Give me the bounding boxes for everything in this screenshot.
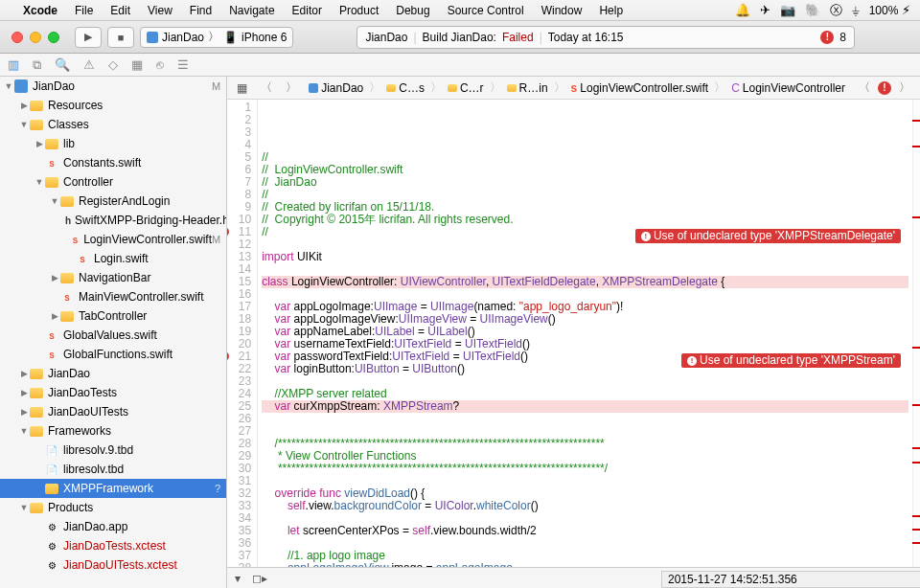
navigator-row[interactable]: sLoginViewController.swiftM <box>0 230 226 249</box>
disclosure-triangle-icon[interactable]: ▼ <box>19 120 29 129</box>
menubar-wifi-icon[interactable]: ⏚ <box>852 3 860 17</box>
issue-next-button[interactable]: 〉 <box>893 79 916 96</box>
navigator-row[interactable]: ▼Frameworks <box>0 421 226 441</box>
jumpbar-issue-icon[interactable]: ! <box>878 81 891 95</box>
menubar-app-name[interactable]: Xcode <box>23 4 58 17</box>
scheme-selector[interactable]: JianDao 〉 📱 iPhone 6 <box>140 27 293 48</box>
navigator-item-label: LoginViewController.swift <box>83 233 212 246</box>
navigator-row[interactable]: XMPPFramework? <box>0 479 226 498</box>
window-zoom-button[interactable] <box>48 32 59 43</box>
menu-navigate[interactable]: Navigate <box>229 4 274 17</box>
breakpoint-navigator-icon[interactable]: ⎋ <box>156 57 164 72</box>
menubar-plane-icon[interactable]: ✈ <box>760 3 770 17</box>
jumpbar-crumb[interactable]: CLoginViewController <box>727 81 849 95</box>
window-minimize-button[interactable] <box>30 32 41 43</box>
breakpoint-toggle-icon[interactable]: ◻▸ <box>252 572 267 585</box>
navigator-row[interactable]: ▶TabController <box>0 306 226 326</box>
generic-file-icon: 📄 <box>44 442 59 458</box>
window-close-button[interactable] <box>12 32 23 43</box>
navigator-row[interactable]: ⚙JianDaoTests.xctest <box>0 536 226 555</box>
disclosure-triangle-icon[interactable]: ▼ <box>19 503 29 512</box>
menubar-evernote-icon[interactable]: 🐘 <box>805 3 820 17</box>
find-navigator-icon[interactable]: 🔍 <box>55 57 70 72</box>
menu-debug[interactable]: Debug <box>396 4 429 17</box>
back-button[interactable]: 〈 <box>255 79 278 96</box>
navigator-row[interactable]: ▶JianDaoUITests <box>0 402 226 421</box>
jumpbar-crumb[interactable]: R…in <box>503 81 552 95</box>
forward-button[interactable]: 〉 <box>280 79 303 96</box>
issue-prev-button[interactable]: 〈 <box>853 79 876 96</box>
navigator-row[interactable]: hSwiftXMPP-Bridging-Header.hA <box>0 211 226 230</box>
inline-error-badge[interactable]: Use of undeclared type 'XMPPStreamDelega… <box>635 229 901 243</box>
disclosure-triangle-icon[interactable]: ▶ <box>19 101 29 110</box>
menu-help[interactable]: Help <box>599 4 623 17</box>
navigator-row[interactable]: sGlobalValues.swift <box>0 326 226 345</box>
menu-file[interactable]: File <box>75 4 93 17</box>
disclosure-triangle-icon[interactable]: ▶ <box>50 311 59 321</box>
menu-edit[interactable]: Edit <box>110 4 130 17</box>
issue-navigator-icon[interactable]: ⚠ <box>83 57 95 72</box>
navigator-row[interactable]: ▼JianDaoM <box>0 77 226 96</box>
navigator-row[interactable]: ▶NavigationBar <box>0 268 226 287</box>
run-button[interactable] <box>75 27 102 48</box>
stop-button[interactable] <box>107 27 134 48</box>
inline-error-badge[interactable]: Use of undeclared type 'XMPPStream' <box>681 353 901 368</box>
menubar-notification-icon[interactable]: 🔔 <box>735 3 750 17</box>
navigator-row[interactable]: sMainViewController.swift <box>0 287 226 306</box>
status-result: Failed <box>502 31 534 44</box>
menu-editor[interactable]: Editor <box>292 4 322 17</box>
jumpbar-crumb[interactable]: C…r <box>444 81 488 95</box>
project-navigator-icon[interactable]: ▥ <box>8 57 19 72</box>
project-navigator[interactable]: ▼JianDaoM▶Resources▼Classes▶libsConstant… <box>0 77 227 588</box>
issue-badge-icon[interactable]: ! <box>820 31 834 44</box>
navigator-row[interactable]: ▶lib <box>0 134 226 153</box>
navigator-row[interactable]: sGlobalFunctions.swift <box>0 345 226 364</box>
navigator-row[interactable]: sLogin.swift <box>0 249 226 268</box>
report-navigator-icon[interactable]: ☰ <box>177 57 189 72</box>
menu-product[interactable]: Product <box>339 4 379 17</box>
menu-view[interactable]: View <box>148 4 172 17</box>
menubar-xmarks-icon[interactable]: ⓧ <box>830 2 842 19</box>
navigator-row[interactable]: 📄libresolv.tbd <box>0 460 226 479</box>
navigator-row[interactable]: ▼RegisterAndLogin <box>0 192 226 211</box>
navigator-item-label: libresolv.9.tbd <box>63 443 133 457</box>
disclosure-triangle-icon[interactable]: ▶ <box>19 407 29 417</box>
related-items-icon[interactable]: ▦ <box>231 81 253 95</box>
navigator-row[interactable]: ▼Controller <box>0 172 226 192</box>
disclosure-triangle-icon[interactable]: ▶ <box>19 369 29 378</box>
folder-icon <box>59 193 75 209</box>
navigator-row[interactable]: ▶Resources <box>0 96 226 115</box>
jump-bar[interactable]: ▦ 〈 〉 JianDao〉 C…s〉 C…r〉 R…in〉 sLoginVie… <box>227 77 920 100</box>
disclosure-triangle-icon[interactable]: ▶ <box>34 139 44 148</box>
jumpbar-crumb[interactable]: sLoginViewController.swift <box>567 81 713 95</box>
navigator-row[interactable]: ⚙JianDaoUITests.xctest <box>0 555 226 575</box>
menu-find[interactable]: Find <box>190 4 212 17</box>
navigator-item-label: JianDaoTests.xctest <box>63 539 166 553</box>
menubar-camera-icon[interactable]: 📷 <box>780 3 795 17</box>
navigator-row[interactable]: 📄libresolv.9.tbd <box>0 441 226 460</box>
menu-sourcecontrol[interactable]: Source Control <box>448 4 524 17</box>
navigator-row[interactable]: ▼Classes <box>0 115 226 134</box>
navigator-row[interactable]: sConstants.swift <box>0 153 226 172</box>
test-navigator-icon[interactable]: ◇ <box>108 57 118 72</box>
menubar-battery[interactable]: 100% ⚡︎ <box>869 3 910 17</box>
navigator-row[interactable]: ▶JianDaoTests <box>0 383 226 402</box>
disclosure-triangle-icon[interactable]: ▼ <box>34 177 44 187</box>
navigator-item-label: JianDaoUITests.xctest <box>63 558 177 572</box>
line-number-gutter[interactable]: 1234567891011121314151617181920212223242… <box>227 100 258 567</box>
code-editor[interactable]: Use of undeclared type 'XMPPStreamDelega… <box>258 100 912 567</box>
disclosure-triangle-icon[interactable]: ▼ <box>50 196 59 206</box>
navigator-row[interactable]: ▶JianDao <box>0 364 226 383</box>
menu-window[interactable]: Window <box>541 4 583 17</box>
disclosure-triangle-icon[interactable]: ▼ <box>4 81 13 91</box>
jumpbar-crumb[interactable]: C…s <box>382 81 428 95</box>
disclosure-triangle-icon[interactable]: ▼ <box>19 426 29 436</box>
navigator-row[interactable]: ▼Products <box>0 498 226 517</box>
jumpbar-crumb[interactable]: JianDao <box>305 81 367 95</box>
toggle-debug-area-icon[interactable]: ▾ <box>235 572 241 585</box>
symbol-navigator-icon[interactable]: ⧉ <box>33 57 41 73</box>
disclosure-triangle-icon[interactable]: ▶ <box>50 273 59 283</box>
navigator-row[interactable]: ⚙JianDao.app <box>0 517 226 536</box>
debug-navigator-icon[interactable]: ▦ <box>131 57 143 72</box>
disclosure-triangle-icon[interactable]: ▶ <box>19 388 29 397</box>
